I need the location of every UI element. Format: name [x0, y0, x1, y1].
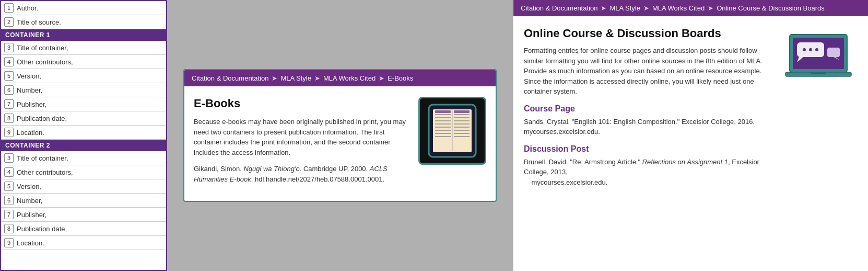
ebooks-content: E-Books Because e-books may have been or…	[184, 86, 496, 201]
section-heading-discussion: Discussion Post	[524, 144, 776, 154]
page-title: Online Course & Discussion Boards	[524, 27, 776, 40]
row-number: 6	[4, 85, 14, 95]
list-item: 9 Location.	[1, 236, 166, 250]
list-item: 3 Title of container,	[1, 41, 166, 55]
container2-header: CONTAINER 2	[1, 140, 166, 151]
breadcrumb-item[interactable]: E-Books	[388, 74, 413, 82]
row-label: Publisher,	[17, 211, 46, 219]
breadcrumb-arrow: ➤	[643, 4, 649, 12]
right-panel: Citation & Documentation ➤ MLA Style ➤ M…	[513, 0, 868, 271]
row-label: Publisher,	[17, 100, 46, 108]
row-number: 3	[4, 43, 14, 52]
course-page-citation: Sands, Crystal. "English 101: English Co…	[524, 117, 776, 137]
breadcrumb-item[interactable]: Online Course & Discussion Boards	[717, 4, 825, 12]
row-number: 7	[4, 99, 14, 109]
row-label: Location.	[17, 129, 44, 137]
row-number: 8	[4, 224, 14, 233]
row-number: 4	[4, 57, 14, 66]
row-label: Title of container,	[17, 154, 68, 162]
right-content: Online Course & Discussion Boards Format…	[513, 16, 868, 271]
right-image	[784, 27, 858, 261]
row-number: 1	[4, 3, 14, 13]
ebooks-breadcrumb: Citation & Documentation ➤ MLA Style ➤ M…	[184, 70, 496, 86]
discussion-post-citation: Brunell, David. "Re: Armstrong Article."…	[524, 157, 776, 188]
row-number: 5	[4, 71, 14, 81]
row-number: 4	[4, 167, 14, 177]
svg-point-29	[809, 48, 812, 51]
ebooks-card: Citation & Documentation ➤ MLA Style ➤ M…	[183, 69, 497, 202]
right-breadcrumb: Citation & Documentation ➤ MLA Style ➤ M…	[513, 0, 868, 16]
svg-point-28	[803, 48, 806, 51]
row-label: Title of container,	[17, 44, 68, 52]
row-label: Publication date,	[17, 225, 67, 233]
ebook-image	[418, 97, 486, 165]
svg-point-30	[815, 48, 818, 51]
intro-text: Formatting entries for online course pag…	[524, 46, 776, 97]
section-heading-course: Course Page	[524, 104, 776, 114]
breadcrumb-arrow: ➤	[708, 4, 713, 12]
row-label: Version,	[17, 72, 41, 80]
list-item: 6 Number,	[1, 194, 166, 208]
row-number: 9	[4, 128, 14, 137]
row-label: Location.	[17, 239, 44, 247]
row-number: 7	[4, 210, 14, 219]
row-number: 9	[4, 238, 14, 247]
ebooks-text: E-Books Because e-books may have been or…	[194, 97, 410, 190]
list-item: 7 Publisher,	[1, 97, 166, 111]
list-item: 5 Version,	[1, 179, 166, 194]
row-label: Title of source.	[17, 18, 61, 26]
container1-header: CONTAINER 1	[1, 29, 166, 41]
right-main: Online Course & Discussion Boards Format…	[524, 27, 776, 261]
row-label: Author.	[17, 4, 38, 12]
list-item: 9 Location.	[1, 126, 166, 140]
row-label: Publication date,	[17, 115, 67, 122]
breadcrumb-item[interactable]: MLA Style	[609, 4, 640, 12]
svg-rect-26	[827, 48, 840, 57]
left-panel: 1 Author. 2 Title of source. CONTAINER 1…	[0, 0, 167, 271]
list-item: 1 Author.	[1, 1, 166, 15]
row-number: 5	[4, 182, 14, 191]
list-item: 8 Publication date,	[1, 111, 166, 126]
breadcrumb-item[interactable]: MLA Works Cited	[323, 74, 376, 82]
row-number: 8	[4, 114, 14, 123]
breadcrumb-arrow: ➤	[601, 4, 606, 12]
ebooks-citation: Gikandi, Simon. Ngugi wa Thiong'o. Cambr…	[194, 164, 410, 184]
svg-rect-19	[435, 110, 451, 113]
breadcrumb-item[interactable]: Citation & Documentation	[521, 4, 597, 12]
row-label: Number,	[17, 86, 42, 94]
list-item: 3 Title of container,	[1, 151, 166, 165]
list-item: 4 Other contributors,	[1, 165, 166, 179]
list-item: 7 Publisher,	[1, 208, 166, 222]
list-item: 8 Publication date,	[1, 222, 166, 236]
list-item: 6 Number,	[1, 83, 166, 97]
list-item: 4 Other contributors,	[1, 55, 166, 69]
breadcrumb-arrow: ➤	[314, 74, 320, 82]
ebooks-body: Because e-books may have been originally…	[194, 117, 410, 157]
list-item: 2 Title of source.	[1, 15, 166, 29]
row-label: Other contributors,	[17, 58, 73, 66]
svg-rect-20	[454, 110, 470, 113]
svg-rect-32	[811, 72, 826, 74]
breadcrumb-item[interactable]: Citation & Documentation	[192, 74, 268, 82]
ebooks-title: E-Books	[194, 97, 410, 110]
row-number: 3	[4, 153, 14, 163]
row-number: 6	[4, 196, 14, 205]
breadcrumb-arrow: ➤	[379, 74, 384, 82]
row-label: Version,	[17, 183, 41, 190]
breadcrumb-item[interactable]: MLA Works Cited	[652, 4, 705, 12]
row-label: Number,	[17, 197, 42, 205]
breadcrumb-item[interactable]: MLA Style	[280, 74, 311, 82]
middle-panel: Citation & Documentation ➤ MLA Style ➤ M…	[167, 0, 513, 271]
row-label: Other contributors,	[17, 168, 73, 176]
row-number: 2	[4, 17, 14, 27]
list-item: 5 Version,	[1, 69, 166, 83]
breadcrumb-arrow: ➤	[272, 74, 277, 82]
